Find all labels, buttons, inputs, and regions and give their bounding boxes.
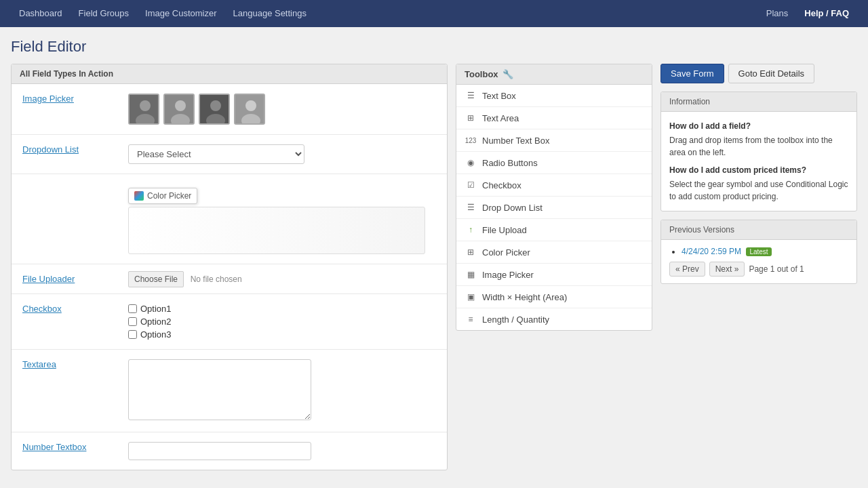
number-textbox-input[interactable] [128,442,311,460]
field-editor-panel: All Field Types In Action Image Picker [11,64,448,470]
file-uploader-label[interactable]: File Uploader [22,274,117,284]
toolbox-image-picker[interactable]: ▦ Image Picker [456,264,652,286]
toolbox-width-height[interactable]: ▣ Width × Height (Area) [456,286,652,308]
checkbox-label-1: Option1 [140,304,172,314]
color-picker-inner: Color Picker [12,184,436,254]
checkbox-input-3[interactable] [128,330,137,339]
toolbox-number-text-box[interactable]: 123 Number Text Box [456,129,652,152]
save-form-button[interactable]: Save Form [660,64,724,83]
info-q1: How do I add a field? [669,120,848,132]
image-picker-control [128,94,436,125]
image-picker-label[interactable]: Image Picker [22,94,117,104]
wrench-icon: 🔧 [502,69,513,79]
toolbox-text-box-label: Text Box [482,91,516,101]
nav-plans[interactable]: Plans [758,0,797,27]
panel-header: All Field Types In Action [12,64,447,84]
latest-badge: Latest [746,247,771,256]
prev-versions-body: 4/24/20 2:59 PM Latest « Prev Next » Pag… [661,240,856,283]
form-area: Image Picker [12,84,447,470]
checkbox-input-2[interactable] [128,317,137,326]
toolbox-column: Toolbox 🔧 ☰ Text Box ⊞ Text Area 123 Num… [456,64,652,479]
image-picker-row: Image Picker [12,84,447,135]
toolbox-text-area-label: Text Area [482,113,519,123]
choose-file-btn[interactable]: Choose File [128,271,184,287]
toolbox-color-picker-label: Color Picker [482,247,530,258]
thumb-2[interactable] [163,94,195,125]
svg-point-4 [175,100,186,111]
toolbox-text-box[interactable]: ☰ Text Box [456,85,652,107]
prev-versions-panel: Previous Versions 4/24/20 2:59 PM Latest… [660,220,857,284]
prev-versions-list: 4/24/20 2:59 PM Latest [669,247,848,256]
main-layout: All Field Types In Action Image Picker [11,64,857,479]
dropdown-control: Please Select Option 1 Option 2 Option 3 [128,144,436,164]
thumb-3[interactable] [199,94,230,125]
checkbox-label-3: Option3 [140,329,172,340]
info-body: How do I add a field? Drag and drop item… [661,112,856,211]
info-a2: Select the gear symbol and use Condition… [669,178,848,203]
thumb-1[interactable] [128,94,159,125]
textarea-control [128,359,436,422]
toolbox-checkbox[interactable]: ☑ Checkbox [456,174,652,197]
color-swatch-icon [134,191,144,201]
toolbox-items: ☰ Text Box ⊞ Text Area 123 Number Text B… [456,85,652,330]
navbar: Dashboard Field Groups Image Customizer … [0,0,868,27]
nav-image-customizer[interactable]: Image Customizer [137,0,224,27]
no-file-text: No file chosen [191,274,242,284]
checkbox-option-3: Option3 [128,329,436,340]
dropdown-select[interactable]: Please Select Option 1 Option 2 Option 3 [128,144,304,164]
checkbox-row: Checkbox Option1 Option2 [12,294,447,350]
nav-help[interactable]: Help / FAQ [796,0,857,27]
color-picker-tooltip[interactable]: Color Picker [128,188,197,204]
svg-point-10 [245,100,256,111]
toolbox-header: Toolbox 🔧 [456,64,652,85]
color-picker-tool-icon: ⊞ [465,246,477,258]
thumb-4[interactable] [234,94,265,125]
dropdown-label[interactable]: Dropdown List [22,144,117,155]
prev-versions-header: Previous Versions [661,220,856,240]
prev-version-button[interactable]: « Prev [669,262,705,277]
toolbox-length-quantity[interactable]: ≡ Length / Quantity [456,308,652,330]
color-picker-area[interactable] [128,207,425,254]
toolbox-radio-buttons-label: Radio Buttons [482,158,538,168]
info-panel: Information How do I add a field? Drag a… [660,92,857,211]
file-uploader-control: Choose File No file chosen [128,274,436,284]
page-title: Field Editor [11,38,857,56]
toolbox-radio-buttons[interactable]: ◉ Radio Buttons [456,152,652,174]
version-date-link[interactable]: 4/24/20 2:59 PM [682,247,741,256]
checkbox-option-2: Option2 [128,317,436,327]
textarea-input[interactable] [128,359,311,420]
checkbox-label[interactable]: Checkbox [22,304,117,314]
nav-field-groups[interactable]: Field Groups [71,0,137,27]
number-textbox-label[interactable]: Number Textbox [22,442,117,452]
toolbox-checkbox-label: Checkbox [482,180,521,190]
top-buttons: Save Form Goto Edit Details [660,64,857,83]
toolbox-title: Toolbox [465,69,498,79]
goto-edit-details-button[interactable]: Goto Edit Details [728,64,815,83]
number-textbox-row: Number Textbox [12,432,447,470]
toolbox-drop-down-list[interactable]: ☰ Drop Down List [456,197,652,219]
textarea-label[interactable]: Textarea [22,359,117,369]
page: Field Editor All Field Types In Action I… [0,27,868,488]
text-box-icon: ☰ [465,89,477,102]
length-quantity-icon: ≡ [465,313,477,325]
checkbox-control: Option1 Option2 Option3 [128,304,436,340]
toolbox-color-picker[interactable]: ⊞ Color Picker [456,241,652,264]
nav-language-settings[interactable]: Language Settings [225,0,315,27]
toolbox-image-picker-label: Image Picker [482,270,534,280]
nav-dashboard[interactable]: Dashboard [11,0,71,27]
checkbox-options: Option1 Option2 Option3 [128,304,436,340]
color-picker-control: Color Picker [128,184,425,254]
checkbox-label-2: Option2 [140,317,172,327]
toolbox-file-upload[interactable]: ↑ File Upload [456,219,652,241]
toolbox-length-quantity-label: Length / Quantity [482,314,549,325]
color-picker-row: Color Picker [12,174,447,264]
checkbox-input-1[interactable] [128,304,137,313]
next-version-button[interactable]: Next » [709,262,745,277]
toolbox-text-area[interactable]: ⊞ Text Area [456,107,652,129]
version-page-info: Page 1 out of 1 [749,264,804,274]
info-q2: How do I add custom priced items? [669,164,848,176]
svg-point-7 [210,100,221,111]
version-entry-1: 4/24/20 2:59 PM Latest [682,247,848,256]
left-column: All Field Types In Action Image Picker [11,64,448,479]
image-picker-thumbs [128,94,436,125]
